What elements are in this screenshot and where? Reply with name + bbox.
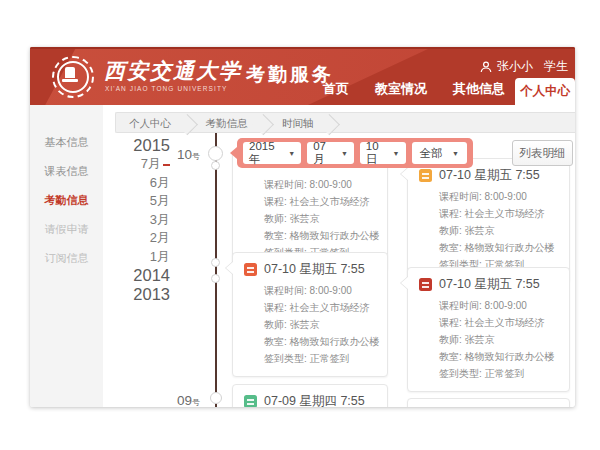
chevron-down-icon: ▼: [341, 150, 348, 157]
timeline-month-jun[interactable]: 6月: [122, 174, 170, 193]
timeline-month-feb[interactable]: 2月: [122, 229, 170, 248]
university-name: 西安交通大学: [104, 57, 242, 85]
breadcrumb: 个人中心 考勤信息 时间轴: [115, 112, 575, 133]
attendance-card-header: 07-09 星期四 7:55: [244, 393, 379, 407]
nav-other-info[interactable]: 其他信息: [453, 80, 505, 98]
app-header: 西安交通大学 XI'AN JIAO TONG UNIVERSITY 考勤服务 张…: [30, 47, 575, 105]
university-logo: [52, 56, 94, 98]
nav-classrooms[interactable]: 教室情况: [375, 80, 427, 98]
timeline-node-day09: [210, 392, 222, 404]
attendance-card-details: 课程时间: 8:00-9:00 课程: 社会主义市场经济 教师: 张芸京 教室:…: [439, 297, 561, 382]
user-info[interactable]: 张小小 学生: [480, 58, 568, 75]
breadcrumb-attendance-info[interactable]: 考勤信息: [192, 114, 264, 133]
date-filter-bar: 2015年▼ 07月▼ 10日▼ 全部▼: [237, 138, 473, 168]
user-icon: [480, 61, 492, 73]
timeline-day-10-label: 10号: [177, 147, 200, 162]
sidebar-item-basic-info[interactable]: 基本信息: [30, 128, 103, 157]
university-logo-emblem: [65, 67, 75, 78]
attendance-status-icon: [419, 169, 432, 182]
year-dropdown[interactable]: 2015年▼: [243, 142, 301, 164]
timeline-node-small-1: [211, 161, 220, 170]
attendance-status-icon: [419, 278, 432, 291]
sidebar-item-leave-request[interactable]: 请假申请: [30, 215, 103, 244]
chevron-down-icon: ▼: [393, 150, 400, 157]
attendance-status-icon: [244, 263, 257, 276]
day-dropdown[interactable]: 10日▼: [360, 142, 406, 164]
attendance-card-details: 课程时间: 8:00-9:00 课程: 社会主义市场经济 教师: 张芸京 教室:…: [264, 176, 379, 261]
timeline-axis: [215, 133, 217, 407]
attendance-card-4: 07-10 星期五 7:55 课程时间: 8:00-9:00 课程: 社会主义市…: [407, 267, 570, 392]
nav-personal-center-active-tab[interactable]: 个人中心: [515, 78, 575, 105]
breadcrumb-timeline[interactable]: 时间轴: [269, 114, 331, 133]
attendance-card-5: 07-09 星期四 7:55: [232, 384, 388, 407]
attendance-card-title: 07-10 星期五 7:55: [439, 167, 540, 184]
timeline-node-day10: [208, 146, 223, 161]
attendance-card-details: 课程时间: 8:00-9:00 课程: 社会主义市场经济 教师: 张芸京 教室:…: [439, 188, 561, 273]
nav-home[interactable]: 首页: [323, 80, 349, 98]
user-role: 学生: [544, 58, 568, 75]
attendance-status-icon: [244, 395, 257, 407]
timeline-node-small-2: [211, 258, 220, 267]
timeline-day-09-label: 09号: [177, 393, 200, 407]
attendance-card-2: 07-10 星期五 7:55 课程时间: 8:00-9:00 课程: 社会主义市…: [407, 158, 570, 283]
selected-month-tick: [163, 164, 170, 166]
attendance-card-title: 07-10 星期五 7:55: [439, 276, 540, 293]
timeline-year-month-list: 2015 7月 6月 5月 3月 2月 1月 2014 2013: [122, 136, 170, 304]
attendance-card-header: 07-10 星期五 7:55: [419, 167, 561, 184]
type-dropdown[interactable]: 全部▼: [412, 142, 467, 164]
timeline-month-may[interactable]: 5月: [122, 192, 170, 211]
timeline-month-jan[interactable]: 1月: [122, 248, 170, 267]
timeline-year-2014[interactable]: 2014: [122, 266, 170, 285]
sidebar-item-subscription-info[interactable]: 订阅信息: [30, 244, 103, 273]
sidebar-item-attendance-info[interactable]: 考勤信息: [30, 186, 103, 215]
attendance-card-3: 07-10 星期五 7:55 课程时间: 8:00-9:00 课程: 社会主义市…: [232, 252, 388, 377]
attendance-card-6-partial: [407, 398, 570, 407]
sidebar-item-schedule-info[interactable]: 课表信息: [30, 157, 103, 186]
timeline-month-mar[interactable]: 3月: [122, 211, 170, 230]
main-nav: 首页 教室情况 其他信息: [323, 80, 505, 98]
chevron-down-icon: ▼: [288, 150, 295, 157]
timeline-node-small-3: [211, 274, 220, 283]
attendance-card-header: 07-10 星期五 7:55: [244, 261, 379, 278]
attendance-card-header: 07-10 星期五 7:55: [419, 276, 561, 293]
list-detail-button[interactable]: 列表明细: [512, 140, 573, 166]
timeline-month-jul-selected[interactable]: 7月: [122, 155, 170, 174]
timeline-year-2015[interactable]: 2015: [122, 136, 170, 155]
page-title: 考勤服务: [246, 62, 334, 88]
app-window: 西安交通大学 XI'AN JIAO TONG UNIVERSITY 考勤服务 张…: [30, 47, 575, 407]
month-dropdown[interactable]: 07月▼: [307, 142, 354, 164]
breadcrumb-personal-center[interactable]: 个人中心: [116, 114, 188, 133]
sidebar: 基本信息 课表信息 考勤信息 请假申请 订阅信息: [30, 105, 103, 407]
attendance-card-title: 07-10 星期五 7:55: [264, 261, 365, 278]
university-name-en: XI'AN JIAO TONG UNIVERSITY: [105, 85, 227, 92]
attendance-card-title: 07-09 星期四 7:55: [264, 393, 365, 407]
chevron-down-icon: ▼: [452, 150, 459, 157]
page: 西安交通大学 XI'AN JIAO TONG UNIVERSITY 考勤服务 张…: [0, 0, 600, 450]
timeline-year-2013[interactable]: 2013: [122, 285, 170, 304]
user-name: 张小小: [497, 58, 533, 75]
attendance-card-details: 课程时间: 8:00-9:00 课程: 社会主义市场经济 教师: 张芸京 教室:…: [264, 282, 379, 367]
university-logo-base: [62, 79, 78, 82]
